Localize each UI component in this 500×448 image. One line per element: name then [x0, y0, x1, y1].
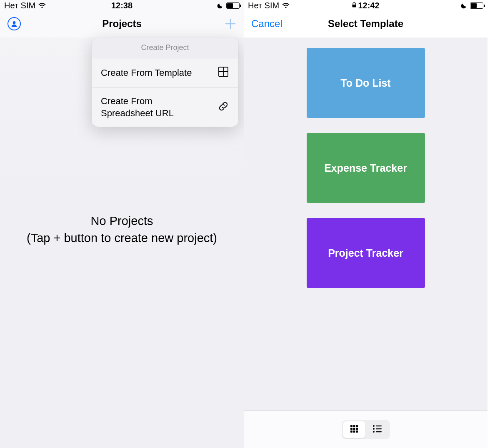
template-list: To Do List Expense Tracker Project Track…: [244, 48, 488, 288]
template-card-project[interactable]: Project Tracker: [307, 218, 425, 288]
profile-button[interactable]: [8, 17, 21, 30]
svg-rect-19: [376, 431, 382, 432]
menu-item-label: Create From Spreadsheet URL: [101, 95, 205, 119]
template-card-expense[interactable]: Expense Tracker: [307, 133, 425, 203]
svg-rect-8: [350, 428, 352, 430]
menu-item-label: Create From Template: [101, 67, 192, 79]
menu-item-create-from-url[interactable]: Create From Spreadsheet URL: [92, 88, 238, 127]
clock-label: 12:42: [358, 1, 379, 10]
svg-rect-10: [356, 428, 358, 430]
template-label: Expense Tracker: [324, 162, 407, 174]
svg-rect-17: [376, 428, 382, 429]
add-project-button[interactable]: [225, 15, 236, 32]
list-icon: [372, 424, 382, 435]
svg-point-14: [373, 425, 375, 427]
svg-rect-5: [350, 425, 352, 427]
view-mode-segmented: [342, 420, 390, 439]
svg-rect-9: [353, 428, 355, 430]
lock-icon: [352, 2, 357, 8]
profile-icon: [8, 17, 21, 30]
list-view-button[interactable]: [366, 421, 389, 438]
svg-rect-4: [352, 5, 356, 8]
status-bar: Нет SIM 12:38: [0, 0, 244, 11]
nav-bar: Cancel Select Template: [244, 11, 488, 37]
template-card-todo[interactable]: To Do List: [307, 48, 425, 118]
svg-rect-7: [356, 425, 358, 427]
bottom-toolbar: [244, 410, 488, 448]
battery-icon: [470, 3, 483, 9]
select-template-screen: Нет SIM 12:42 Cancel Select Template To …: [244, 0, 488, 448]
svg-rect-12: [353, 430, 355, 433]
status-bar: Нет SIM 12:42: [244, 0, 488, 11]
svg-rect-13: [356, 430, 358, 433]
nav-bar: Projects: [0, 11, 244, 37]
svg-rect-15: [376, 425, 382, 426]
cancel-button[interactable]: Cancel: [251, 18, 282, 30]
template-label: Project Tracker: [328, 247, 403, 259]
clock-area: 12:42: [244, 1, 488, 10]
menu-item-create-from-template[interactable]: Create From Template: [92, 58, 238, 88]
link-icon: [218, 100, 229, 115]
clock-label: 12:38: [0, 1, 244, 10]
menu-header: Create Project: [92, 38, 238, 58]
svg-point-18: [373, 431, 375, 433]
empty-line-2: (Tap + button to create new project): [0, 230, 244, 247]
empty-line-1: No Projects: [0, 213, 244, 230]
projects-screen: Нет SIM 12:38 Projects Create Project Cr…: [0, 0, 244, 448]
svg-point-16: [373, 428, 375, 430]
grid-view-button[interactable]: [343, 421, 365, 438]
grid-icon: [350, 424, 359, 435]
empty-state: No Projects (Tap + button to create new …: [0, 213, 244, 246]
template-grid-icon: [218, 66, 229, 80]
svg-rect-11: [350, 430, 352, 433]
battery-icon: [226, 3, 240, 9]
template-label: To Do List: [340, 77, 390, 89]
svg-point-0: [13, 21, 16, 24]
nav-title: Projects: [0, 18, 244, 30]
create-project-menu: Create Project Create From Template Crea…: [92, 38, 238, 127]
svg-rect-6: [353, 425, 355, 427]
